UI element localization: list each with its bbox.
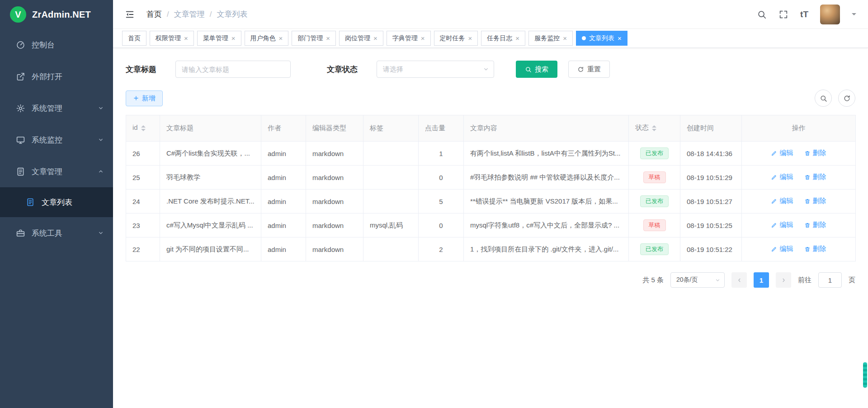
pagination-total: 共 5 条 [642,276,664,285]
tab[interactable]: 字典管理 [387,31,431,46]
delete-button[interactable]: 删除 [804,149,826,157]
trash-icon [804,198,811,204]
sort-icon[interactable] [652,123,656,133]
tab-close-icon[interactable] [515,35,519,42]
sidebar-item-article-management[interactable]: 文章管理 [0,156,113,187]
column-header-author: 作者 [261,115,306,142]
delete-label: 删除 [813,197,826,205]
goto-page-input[interactable] [818,272,842,288]
dashboard-icon [15,40,25,50]
cell-created: 08-19 10:51:29 [680,166,742,190]
delete-button[interactable]: 删除 [804,221,826,229]
tab[interactable]: 服务监控 [528,31,573,46]
edit-button[interactable]: 编辑 [771,245,793,253]
sidebar-item-system-management[interactable]: 系统管理 [0,92,113,124]
column-header-status[interactable]: 状态 [629,115,680,142]
pagination: 共 5 条 20条/页 1 前往 页 [126,272,855,288]
cell-title: C#两个list集合实现关联，... [160,142,261,166]
tab[interactable]: 部门管理 [292,31,336,46]
scrollbar-thumb[interactable] [863,362,867,388]
sidebar-item-label: 外部打开 [32,71,62,82]
article-status-select[interactable]: 请选择 [377,61,494,78]
edit-label: 编辑 [779,197,793,205]
tab-label: 字典管理 [392,34,418,43]
search-icon[interactable] [757,9,767,19]
tab-label: 首页 [128,34,141,43]
edit-label: 编辑 [779,149,793,157]
cell-content: #羽毛球拍参数说明 ## 中管软硬选择以及长度介... [464,166,629,190]
page-size-select[interactable]: 20条/页 [670,272,725,288]
tab[interactable]: 定时任务 [434,31,478,46]
fullscreen-icon[interactable] [778,9,788,19]
tab-close-icon[interactable] [184,35,188,42]
tab[interactable]: 文章列表 [576,31,627,46]
column-header-id[interactable]: id [126,115,160,142]
tab-close-icon[interactable] [373,35,377,42]
breadcrumb-article-management[interactable]: 文章管理 [174,9,205,19]
breadcrumb-home[interactable]: 首页 [146,9,162,19]
reset-button[interactable]: 重置 [568,61,610,78]
cell-id: 25 [126,166,160,190]
sidebar-item-article-list[interactable]: 文章列表 [0,187,113,217]
tab-label: 服务监控 [534,34,560,43]
tab[interactable]: 首页 [122,31,146,46]
tab-close-icon[interactable] [563,35,567,42]
edit-button[interactable]: 编辑 [771,149,793,157]
logo[interactable]: V ZrAdmin.NET [0,0,113,29]
current-page-button[interactable]: 1 [754,272,769,288]
sidebar-item-external-open[interactable]: 外部打开 [0,61,113,92]
cell-clicks: 1 [419,142,464,166]
search-toggle-icon[interactable] [815,90,832,107]
tab-label: 岗位管理 [345,34,370,43]
add-button-label: 新增 [142,94,156,103]
cell-id: 24 [126,190,160,213]
tags-bar: 首页 权限管理 菜单管理 用户角色 [113,29,868,48]
tab-close-icon[interactable] [618,35,622,42]
chevron-down-icon [715,277,721,283]
delete-button[interactable]: 删除 [804,245,826,253]
column-header-editor: 编辑器类型 [306,115,363,142]
tab[interactable]: 任务日志 [481,31,525,46]
avatar[interactable] [820,5,840,24]
trash-icon [804,174,811,180]
caret-down-icon[interactable] [852,13,856,18]
edit-button[interactable]: 编辑 [771,197,793,205]
tab-close-icon[interactable] [468,35,472,42]
articles-table: id 文章标题 作者 编辑器类型 标签 点击量 文章内容 状态 创建时间 操作 [126,115,856,261]
tab[interactable]: 菜单管理 [197,31,241,46]
tab-close-icon[interactable] [421,35,425,42]
pencil-icon [771,174,777,180]
font-size-icon[interactable]: tT [800,9,808,19]
app-root: V ZrAdmin.NET 控制台 外部打开 系统管理 [0,0,868,408]
cell-clicks: 0 [419,166,464,190]
cell-content: mysql字符集utf8，c#写入中文后，全部显示成? ... [464,213,629,237]
delete-button[interactable]: 删除 [804,197,826,205]
tab-close-icon[interactable] [279,35,283,42]
edit-button[interactable]: 编辑 [771,173,793,181]
sort-icon[interactable] [141,123,146,133]
sidebar-fold-icon[interactable] [125,9,135,19]
tab-close-icon[interactable] [231,35,236,42]
tab[interactable]: 权限管理 [150,31,194,46]
cell-author: admin [261,166,306,190]
add-button[interactable]: 新增 [126,90,163,106]
cell-content: 有两个list,listA 和listB，listA中有三个属性列为St... [464,142,629,166]
status-badge: 草稿 [643,171,666,184]
refresh-icon[interactable] [838,90,855,107]
delete-button[interactable]: 删除 [804,173,826,181]
prev-page-button[interactable] [731,272,747,288]
sidebar-item-system-monitor[interactable]: 系统监控 [0,124,113,156]
sidebar-item-dashboard[interactable]: 控制台 [0,29,113,61]
edit-button[interactable]: 编辑 [771,221,793,229]
next-page-button[interactable] [776,272,791,288]
pencil-icon [771,246,777,252]
cell-editor: markdown [306,166,363,190]
tab[interactable]: 用户角色 [245,31,289,46]
article-title-input[interactable] [175,61,291,78]
sidebar-item-system-tools[interactable]: 系统工具 [0,217,113,249]
tab-close-icon[interactable] [326,35,330,42]
tab[interactable]: 岗位管理 [339,31,383,46]
chevron-up-icon [98,168,104,175]
search-button[interactable]: 搜索 [516,61,557,78]
cell-editor: markdown [306,190,363,213]
